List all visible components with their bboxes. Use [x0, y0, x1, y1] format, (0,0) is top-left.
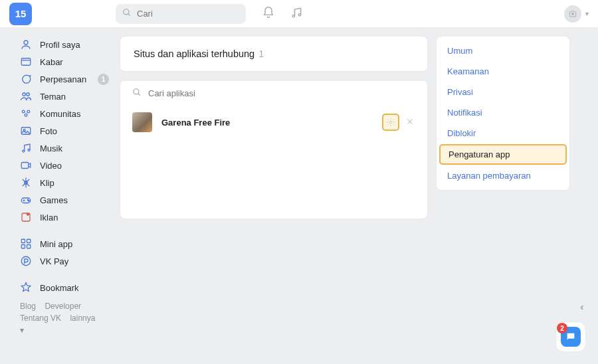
- chat-icon: [565, 331, 576, 342]
- sidebar-item-community[interactable]: Komunitas: [20, 105, 113, 122]
- gear-icon: [386, 118, 395, 127]
- svg-point-3: [298, 14, 300, 16]
- svg-point-5: [24, 41, 28, 45]
- connected-apps-card: Situs dan aplikasi terhubung 1: [120, 36, 428, 72]
- settings-item-security[interactable]: Keamanan: [437, 61, 569, 82]
- close-icon: [406, 118, 414, 126]
- sidebar-item-vkpay[interactable]: VK Pay: [20, 252, 113, 270]
- app-settings-button[interactable]: [382, 114, 399, 131]
- left-sidebar: Profil saya Kabar Perpesanan 1 Teman Kom…: [0, 36, 120, 364]
- sidebar-item-games[interactable]: Games: [20, 191, 113, 209]
- svg-rect-26: [21, 239, 25, 242]
- sidebar-item-miniapp[interactable]: Mini app: [20, 235, 113, 252]
- sidebar-item-label: Profil saya: [40, 40, 80, 50]
- site-logo[interactable]: 15: [9, 3, 32, 25]
- collapse-button[interactable]: ‹‹: [580, 302, 582, 312]
- sidebar-item-ads[interactable]: Iklan: [20, 209, 113, 226]
- app-search[interactable]: [120, 80, 427, 106]
- sidebar-item-photo[interactable]: Foto: [20, 122, 113, 139]
- settings-item-apps[interactable]: Pengaturan app: [439, 144, 567, 165]
- svg-point-2: [292, 15, 294, 17]
- search-icon: [132, 88, 142, 99]
- svg-rect-17: [21, 163, 29, 169]
- app-icon[interactable]: [132, 112, 152, 132]
- friends-icon: [20, 90, 32, 102]
- svg-point-25: [27, 213, 30, 216]
- svg-point-33: [389, 121, 392, 124]
- chevron-down-icon: ▾: [20, 325, 24, 335]
- bell-icon[interactable]: [262, 6, 275, 21]
- settings-item-payments[interactable]: Layanan pembayaran: [437, 165, 569, 186]
- card-title-count: 1: [258, 48, 264, 59]
- main-content: Situs dan aplikasi terhubung 1 Garena Fr…: [120, 36, 428, 364]
- global-search[interactable]: [116, 4, 246, 24]
- sidebar-item-label: Perpesanan: [40, 74, 86, 84]
- app-row: Garena Free Fire: [120, 106, 427, 139]
- games-icon: [20, 194, 32, 206]
- ad-icon: [20, 211, 32, 223]
- sidebar-item-messages[interactable]: Perpesanan 1: [20, 70, 113, 88]
- header-icons: [262, 6, 303, 21]
- sidebar-item-label: Games: [40, 195, 68, 205]
- footer-links: Blog Developer Tentang VK lainnya ▾: [20, 300, 120, 336]
- sidebar-item-label: VK Pay: [40, 256, 68, 266]
- sidebar-item-label: Iklan: [40, 213, 58, 223]
- settings-item-notifications[interactable]: Notifikasi: [437, 102, 569, 123]
- messages-icon: [20, 73, 32, 85]
- sidebar-item-news[interactable]: Kabar: [20, 53, 113, 70]
- messages-badge: 1: [98, 74, 109, 85]
- sidebar-item-video[interactable]: Video: [20, 157, 113, 174]
- settings-sidebar: Umum Keamanan Privasi Notifikasi Dibloki…: [436, 36, 570, 364]
- footer-link-blog[interactable]: Blog: [20, 302, 36, 311]
- app-search-input[interactable]: [148, 88, 415, 98]
- video-icon: [20, 159, 32, 171]
- svg-line-32: [138, 94, 140, 96]
- clip-icon: [20, 177, 32, 189]
- sidebar-item-clip[interactable]: Klip: [20, 174, 113, 191]
- sidebar-item-bookmark[interactable]: Bookmark: [20, 279, 113, 296]
- footer-link-about[interactable]: Tentang VK: [20, 314, 61, 323]
- sidebar-item-profile[interactable]: Profil saya: [20, 36, 113, 53]
- sidebar-item-label: Mini app: [40, 239, 72, 249]
- svg-point-10: [22, 110, 25, 113]
- svg-rect-6: [21, 58, 31, 66]
- svg-point-31: [134, 89, 139, 94]
- svg-point-8: [23, 93, 26, 96]
- svg-line-1: [128, 14, 130, 16]
- sidebar-item-label: Musik: [40, 143, 62, 153]
- svg-rect-29: [27, 245, 31, 248]
- settings-item-general[interactable]: Umum: [437, 41, 569, 61]
- settings-item-blocked[interactable]: Diblokir: [437, 123, 569, 143]
- sidebar-item-label: Video: [40, 161, 62, 171]
- music-icon[interactable]: [290, 6, 303, 21]
- chat-badge: 2: [557, 323, 567, 333]
- app-remove-button[interactable]: [405, 117, 415, 128]
- footer-link-developer[interactable]: Developer: [45, 302, 81, 311]
- photo-icon: [20, 125, 32, 137]
- music-nav-icon: [20, 142, 32, 154]
- sidebar-item-label: Foto: [40, 126, 57, 136]
- sidebar-item-label: Teman: [40, 92, 66, 102]
- svg-rect-27: [27, 239, 31, 242]
- settings-item-privacy[interactable]: Privasi: [437, 82, 569, 102]
- svg-point-23: [29, 201, 30, 202]
- app-name[interactable]: Garena Free Fire: [161, 118, 230, 128]
- svg-point-11: [27, 110, 30, 113]
- search-icon: [122, 8, 132, 19]
- card-title-text: Situs dan aplikasi terhubung: [134, 48, 254, 59]
- sidebar-item-friends[interactable]: Teman: [20, 88, 113, 105]
- profile-icon: [20, 39, 32, 50]
- svg-rect-28: [21, 245, 25, 248]
- vkpay-icon: [20, 255, 32, 267]
- chat-widget[interactable]: 2: [555, 321, 586, 352]
- svg-point-15: [23, 150, 25, 152]
- chevron-down-icon[interactable]: ▾: [585, 10, 589, 17]
- miniapp-icon: [20, 238, 32, 250]
- sidebar-item-music[interactable]: Musik: [20, 139, 113, 157]
- svg-point-4: [571, 13, 574, 15]
- user-avatar[interactable]: [564, 5, 581, 23]
- svg-point-12: [25, 114, 27, 116]
- svg-point-16: [28, 149, 30, 151]
- sidebar-item-label: Komunitas: [40, 109, 80, 119]
- global-search-input[interactable]: [137, 9, 239, 19]
